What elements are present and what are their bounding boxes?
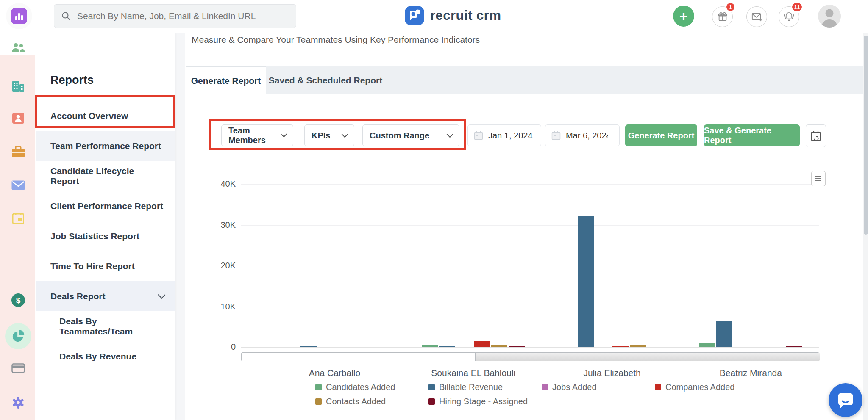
pie-chart-icon	[11, 329, 25, 343]
bar-companies-added[interactable]	[751, 347, 767, 348]
bar-candidates-added[interactable]	[560, 347, 576, 348]
schedule-report-button[interactable]	[806, 124, 826, 147]
bar-companies-added[interactable]	[612, 346, 629, 347]
chat-widget-button[interactable]	[829, 383, 862, 417]
sidebar-item-email[interactable]	[0, 180, 36, 190]
sidebar-item-account-overview[interactable]: Account Overview	[36, 101, 175, 131]
sidebar-item-deals-by-teammates-team[interactable]: Deals By Teammates/Team	[36, 311, 175, 341]
sidebar-item-jobs[interactable]	[0, 146, 36, 158]
legend-swatch	[315, 384, 322, 390]
bar-hiring-stage-assigned[interactable]	[509, 346, 525, 347]
date-range-dropdown[interactable]: Custom Range	[362, 124, 459, 146]
bar-hiring-stage-assigned[interactable]	[786, 346, 802, 347]
sidebar-item-candidate-lifecycle-report[interactable]: Candidate Lifecycle Report	[36, 161, 175, 191]
bar-jobs-added[interactable]	[734, 347, 750, 347]
y-tick-label: 20K	[199, 261, 236, 271]
sidebar-item-label: Client Performance Report	[50, 201, 163, 211]
global-search[interactable]	[54, 4, 296, 28]
sidebar-item-time-to-hire-report[interactable]: Time To Hire Report	[36, 251, 175, 281]
bar-chart-plot	[241, 184, 819, 348]
bar-contacts-added[interactable]	[491, 345, 507, 347]
bar-billable-revenue[interactable]	[439, 346, 455, 347]
legend-item-contacts-added[interactable]: Contacts Added	[315, 397, 428, 406]
tab-saved-scheduled-report[interactable]: Saved & Scheduled Report	[266, 66, 385, 94]
generate-report-button-label: Generate Report	[628, 131, 695, 141]
sidebar-item-deals[interactable]: $	[0, 293, 36, 307]
bar-jobs-added[interactable]	[318, 347, 334, 347]
bar-jobs-added[interactable]	[456, 347, 473, 347]
legend-label: Contacts Added	[326, 397, 386, 406]
y-tick-label: 40K	[199, 179, 236, 189]
sidebar-item-people[interactable]	[0, 42, 36, 53]
category-label: Beatriz Miranda	[682, 368, 820, 378]
sidebar-item-client-performance-report[interactable]: Client Performance Report	[36, 191, 175, 221]
page-scrollbar-thumb[interactable]	[864, 36, 868, 235]
legend-label: Candidates Added	[326, 382, 395, 392]
bar-candidates-added[interactable]	[699, 343, 715, 347]
user-avatar[interactable]	[818, 5, 841, 28]
topbar-divider	[700, 8, 700, 25]
app-dashboard-button[interactable]	[6, 3, 32, 29]
y-tick-label: 10K	[199, 302, 236, 312]
legend-label: Hiring Stage - Assigned	[439, 397, 528, 406]
date-to-field[interactable]: Mar 6, 2024	[545, 124, 620, 146]
bar-companies-added[interactable]	[335, 347, 351, 348]
generate-report-button[interactable]: Generate Report	[625, 124, 697, 146]
legend-item-jobs-added[interactable]: Jobs Added	[542, 382, 655, 392]
tab-generate-report-label: Generate Report	[191, 76, 261, 86]
category-label: Julia Elizabeth	[543, 368, 682, 378]
sidebar-item-companies[interactable]	[0, 80, 36, 92]
legend-swatch	[428, 398, 435, 405]
bar-chart-icon	[11, 8, 27, 24]
gridline	[241, 184, 819, 185]
team-members-dropdown[interactable]: Team Members	[221, 124, 293, 146]
bar-billable-revenue[interactable]	[716, 321, 732, 347]
quick-add-button[interactable]: +	[673, 6, 694, 27]
gift-icon	[717, 11, 728, 22]
legend-item-companies-added[interactable]: Companies Added	[655, 382, 768, 392]
people-icon	[11, 42, 25, 53]
page-scrollbar[interactable]	[863, 33, 868, 420]
chart-horizontal-scrollbar-thumb[interactable]	[475, 353, 820, 361]
chart-context-menu-button[interactable]	[811, 171, 826, 186]
person-icon	[818, 5, 841, 28]
date-from-field[interactable]: Jan 1, 2024	[467, 124, 541, 146]
bar-jobs-added[interactable]	[595, 347, 611, 347]
search-input[interactable]	[76, 11, 289, 22]
bar-contacts-added[interactable]	[630, 345, 646, 347]
bar-contacts-added[interactable]	[768, 347, 785, 347]
sidebar-item-job-statistics-report[interactable]: Job Statistics Report	[36, 221, 175, 251]
legend-label: Billable Revenue	[439, 382, 503, 392]
kpis-dropdown[interactable]: KPIs	[304, 124, 354, 146]
bar-hiring-stage-assigned[interactable]	[647, 347, 663, 348]
sidebar-item-reports[interactable]	[0, 323, 36, 349]
legend-item-candidates-added[interactable]: Candidates Added	[315, 382, 428, 392]
reports-nav-title: Reports	[50, 74, 94, 87]
bar-billable-revenue[interactable]	[578, 216, 594, 347]
sidebar-item-calendar[interactable]	[0, 213, 36, 224]
bar-candidates-added[interactable]	[422, 345, 438, 347]
chevron-down-icon	[447, 131, 453, 138]
sidebar-item-candidates[interactable]	[0, 113, 36, 124]
reports-nav-panel: Reports Account OverviewTeam Performance…	[36, 33, 175, 420]
sidebar-item-team-performance-report[interactable]: Team Performance Report	[36, 131, 175, 161]
chart-horizontal-scrollbar[interactable]	[241, 352, 819, 361]
bar-companies-added[interactable]	[474, 341, 490, 347]
bar-contacts-added[interactable]	[353, 347, 369, 347]
sidebar-item-deals-report[interactable]: Deals Report	[36, 281, 175, 311]
sidebar-item-label: Deals By Revenue	[59, 351, 136, 362]
bar-hiring-stage-assigned[interactable]	[370, 347, 386, 348]
bar-billable-revenue[interactable]	[300, 346, 317, 347]
team-members-dropdown-label: Team Members	[228, 126, 277, 145]
messages-button[interactable]	[746, 6, 767, 27]
sidebar-item-deals-by-revenue[interactable]: Deals By Revenue	[36, 341, 175, 371]
legend-item-billable-revenue[interactable]: Billable Revenue	[428, 382, 542, 392]
save-generate-report-button[interactable]: Save & Generate Report	[704, 124, 800, 146]
sidebar-item-settings[interactable]	[0, 396, 36, 409]
legend-item-hiring-stage-assigned[interactable]: Hiring Stage - Assigned	[428, 397, 542, 406]
legend-label: Companies Added	[665, 382, 734, 392]
briefcase-icon	[11, 146, 25, 158]
tab-generate-report[interactable]: Generate Report	[186, 66, 266, 94]
sidebar-item-billing[interactable]	[0, 363, 36, 373]
bar-candidates-added[interactable]	[283, 347, 299, 348]
